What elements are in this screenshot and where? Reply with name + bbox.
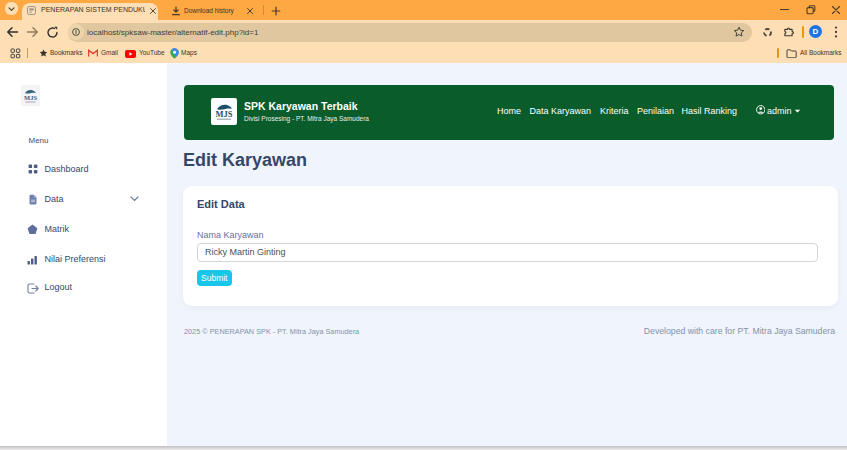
svg-text:MJS: MJS	[215, 108, 232, 118]
svg-text:MJS: MJS	[24, 94, 37, 101]
